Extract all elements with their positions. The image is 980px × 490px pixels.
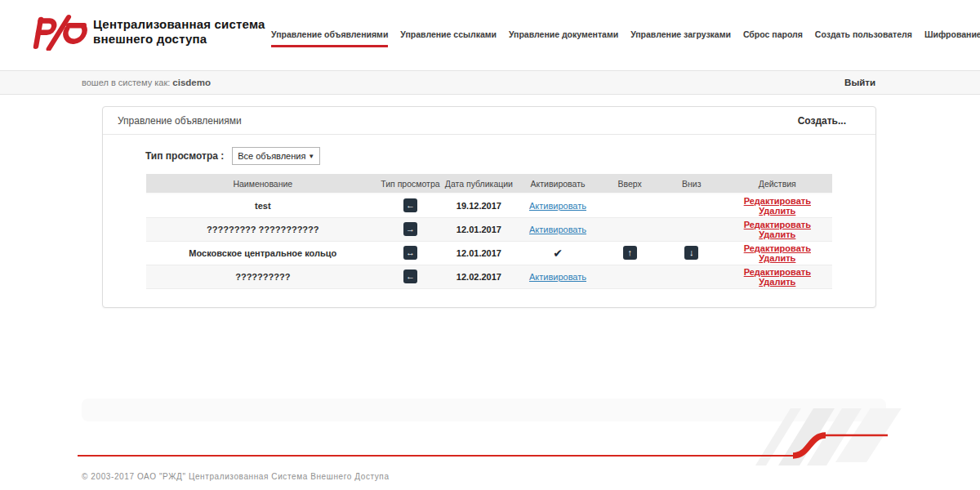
announcements-table-body: test ← 19.12.2017 Активировать Редактиро… [146,194,832,288]
nav-item[interactable]: Управление загрузками [630,29,731,47]
panel-title: Управление объявлениями [118,115,242,127]
edit-link[interactable]: Редактировать [744,267,811,277]
view-type-icon: ← [403,198,417,212]
activate-cell: ✔ [517,241,599,265]
panel-header: Управление объявлениями Создать... [103,107,875,135]
publish-date: 12.01.2017 [457,225,501,234]
col-header-up: Вверх [599,174,661,194]
logo-block: Централизованная система внешнего доступ… [28,13,265,51]
col-header-activate: Активировать [517,174,599,194]
view-type-icon: ↔ [403,246,417,260]
nav-item[interactable]: Создать пользователя [815,29,912,47]
col-header-view-type: Тип просмотра [380,174,442,194]
publish-date: 12.01.2017 [457,248,501,258]
nav-item[interactable]: Управление ссылками [400,29,497,47]
announcements-table-wrap: Наименование Тип просмотра Дата публикац… [146,174,832,289]
table-header-row: Наименование Тип просмотра Дата публикац… [146,174,832,194]
delete-link[interactable]: Удалить [759,206,795,216]
main-nav: Управление объявлениямиУправление ссылка… [271,29,980,47]
announcement-name: test [255,201,271,211]
col-header-down: Вниз [661,174,723,194]
top-header: Централизованная система внешнего доступ… [0,0,980,70]
delete-link[interactable]: Удалить [759,229,795,239]
table-row: ????????? ??????????? → 12.01.2017 Актив… [146,217,832,241]
activated-check-icon: ✔ [553,247,563,260]
org-title-line1: Централизованная система [93,17,265,32]
move-up-button[interactable]: ↑ [623,246,637,260]
move-down-cell: ↓ [661,241,723,265]
table-row: test ← 19.12.2017 Активировать Редактиро… [146,194,832,217]
announcement-name: Московское центральное кольцо [189,248,336,258]
activate-cell: Активировать [517,194,599,217]
delete-link[interactable]: Удалить [759,277,795,287]
org-title: Централизованная система внешнего доступ… [93,17,265,47]
move-down-cell [661,217,723,241]
move-down-button[interactable]: ↓ [684,246,698,260]
announcement-name: ?????????? [235,272,290,282]
filter-row: Тип просмотра : Все объявления ▼ [145,147,875,165]
org-title-line2: внешнего доступа [93,32,265,47]
delete-link[interactable]: Удалить [759,253,795,263]
view-type-icon: → [403,222,417,236]
announcements-table: Наименование Тип просмотра Дата публикац… [146,174,832,289]
chevron-down-icon: ▼ [308,153,314,160]
nav-item[interactable]: Шифрование Web.config [924,29,980,47]
footer-swoosh-graphic [78,408,902,466]
publish-date: 12.02.2017 [457,272,501,282]
col-header-publish-date: Дата публикации [441,174,516,194]
edit-link[interactable]: Редактировать [744,243,811,253]
move-up-cell [599,265,661,288]
move-down-cell [661,194,723,217]
username: cisdemo [172,78,211,87]
announcements-panel: Управление объявлениями Создать... Тип п… [102,106,876,308]
logged-in-label: вошел в систему как: [82,78,170,87]
nav-item[interactable]: Управление объявлениями [271,29,388,47]
edit-link[interactable]: Редактировать [744,220,811,229]
rzd-logo-icon [28,13,88,51]
col-header-actions: Действия [723,174,832,194]
logged-in-info: вошел в систему как: cisdemo [82,71,211,94]
activate-link[interactable]: Активировать [529,201,586,211]
activate-cell: Активировать [517,217,599,241]
move-down-cell [661,265,723,288]
col-header-name: Наименование [146,174,380,194]
table-row: Московское центральное кольцо ↔ 12.01.20… [146,241,832,265]
table-row: ?????????? ← 12.02.2017 Активировать Ред… [146,265,832,288]
edit-link[interactable]: Редактировать [744,196,811,206]
view-type-icon: ← [403,270,417,283]
view-type-select[interactable]: Все объявления ▼ [232,147,320,165]
activate-cell: Активировать [517,265,599,288]
move-up-cell [599,194,661,217]
announcement-name: ????????? ??????????? [207,225,318,234]
create-button[interactable]: Создать... [798,115,846,127]
move-up-cell [599,217,661,241]
move-up-cell: ↑ [599,241,661,265]
publish-date: 19.12.2017 [457,201,501,211]
user-bar: вошел в систему как: cisdemo Выйти [0,70,980,95]
logout-link[interactable]: Выйти [844,71,875,94]
view-type-filter-label: Тип просмотра : [145,150,224,162]
view-type-selected-value: Все объявления [238,151,305,161]
activate-link[interactable]: Активировать [529,272,586,282]
activate-link[interactable]: Активировать [529,225,586,234]
nav-item[interactable]: Сброс пароля [743,29,803,47]
copyright-text: © 2003-2017 ОАО "РЖД" Централизованная С… [82,472,390,481]
nav-item[interactable]: Управление документами [509,29,618,47]
